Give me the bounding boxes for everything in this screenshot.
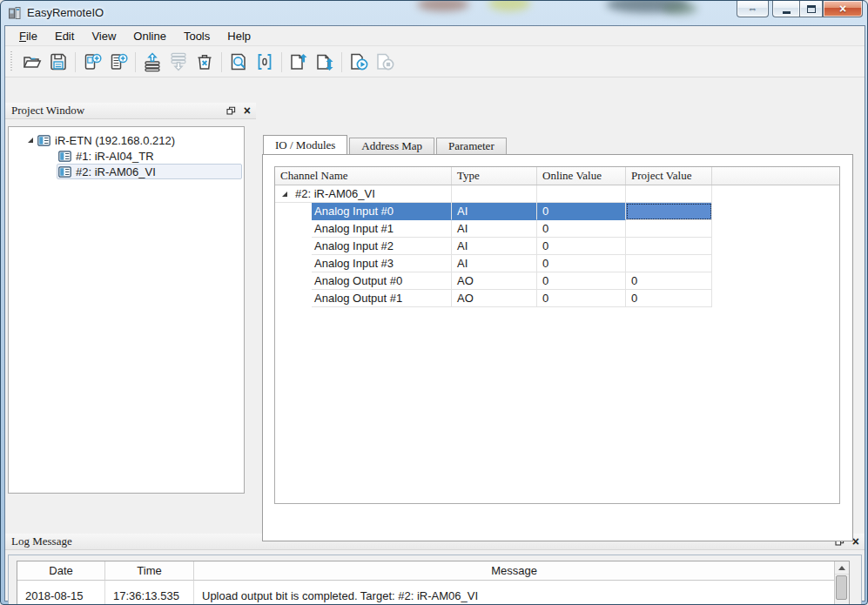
upload-button[interactable] <box>139 50 165 74</box>
toolbar <box>5 47 865 77</box>
column-header-online-value[interactable]: Online Value <box>537 167 626 185</box>
close-panel-icon[interactable]: × <box>244 106 251 115</box>
menu-tools[interactable]: Tools <box>175 28 219 44</box>
cell-online-value: 0 <box>537 203 626 220</box>
start-monitor-button[interactable] <box>346 50 372 74</box>
log-column-date[interactable]: Date <box>17 561 105 581</box>
tree-item-module-2[interactable]: #2: iR-AM06_VI <box>9 164 244 179</box>
download-project-button[interactable] <box>312 50 338 74</box>
close-icon: × <box>839 3 846 15</box>
toolbar-separator <box>281 52 282 72</box>
log-scrollbar[interactable] <box>834 561 849 605</box>
upload-project-button[interactable] <box>286 50 312 74</box>
maximize-button[interactable] <box>799 1 823 17</box>
log-column-time[interactable]: Time <box>105 561 194 581</box>
tab-parameter[interactable]: Parameter <box>436 138 507 154</box>
document-upload-icon <box>288 51 309 72</box>
resize-toggle-button[interactable]: ⇔ <box>737 1 769 17</box>
io-table-row[interactable]: Analog Output #1 AO 0 0 <box>275 290 839 307</box>
io-modules-tab-content: Channel Name Type Online Value Project V… <box>262 154 853 541</box>
download-icon-disabled <box>168 51 189 72</box>
cell-project-value[interactable] <box>626 238 712 255</box>
minimize-button[interactable] <box>772 1 799 17</box>
close-panel-icon[interactable]: × <box>852 537 859 546</box>
column-header-project-value[interactable]: Project Value <box>626 167 712 185</box>
trash-icon <box>194 51 215 72</box>
cell-channel-name: Analog Output #0 <box>312 272 452 290</box>
tab-io-modules[interactable]: IO / Modules <box>263 135 347 154</box>
cell-channel-name: Analog Input #3 <box>312 255 452 272</box>
cell-project-value[interactable] <box>626 255 712 272</box>
io-table-header: Channel Name Type Online Value Project V… <box>275 167 839 185</box>
io-table-row[interactable]: Analog Output #0 AO 0 0 <box>275 272 839 290</box>
glass-blur-decoration <box>417 1 469 11</box>
io-group-row[interactable]: #2: iR-AM06_VI <box>275 185 839 203</box>
add-module-button[interactable] <box>105 50 131 74</box>
app-icon <box>8 6 22 20</box>
tree-item-device[interactable]: iR-ETN (192.168.0.212) <box>9 132 244 148</box>
cell-project-value-focused[interactable] <box>626 203 712 220</box>
toolbar-separator <box>135 52 136 72</box>
toolbar-separator <box>341 52 342 72</box>
cell-online-value: 0 <box>537 220 626 238</box>
cell-project-value[interactable]: 0 <box>626 290 712 307</box>
project-window-title: Project Window <box>11 104 84 118</box>
io-table-row[interactable]: Analog Input #1 AI 0 <box>275 220 839 238</box>
add-module-icon <box>108 51 129 72</box>
toolbar-gripper[interactable] <box>10 51 14 72</box>
cell-type: AI <box>452 238 537 255</box>
project-tree: iR-ETN (192.168.0.212) #1: iR-AI04_TR <box>8 126 245 494</box>
delete-button[interactable] <box>192 50 218 74</box>
io-table-row[interactable]: Analog Input #0 AI 0 <box>275 203 839 220</box>
cell-project-value[interactable] <box>626 220 712 238</box>
scroll-up-button[interactable] <box>835 561 849 575</box>
io-table-row[interactable]: Analog Input #3 AI 0 <box>275 255 839 272</box>
open-project-button[interactable] <box>19 50 45 74</box>
io-monitor-button[interactable] <box>252 50 278 74</box>
cell-online-value: 0 <box>537 290 626 307</box>
add-device-button[interactable] <box>79 50 105 74</box>
maximize-icon <box>807 5 816 13</box>
module-icon <box>58 166 71 178</box>
menu-edit[interactable]: Edit <box>46 28 83 44</box>
cell-channel-name: Analog Input #2 <box>312 238 452 255</box>
run-icon <box>348 51 369 72</box>
io-channel-table: Channel Name Type Online Value Project V… <box>274 166 840 504</box>
log-cell-time: 17:36:13.535 <box>105 581 194 605</box>
io-table-row[interactable]: Analog Input #2 AI 0 <box>275 238 839 255</box>
cell-channel-name: Analog Input #1 <box>312 220 452 238</box>
cell-type: AI <box>452 203 537 220</box>
menu-file[interactable]: File <box>10 28 46 44</box>
close-button[interactable]: × <box>823 1 863 17</box>
menu-help[interactable]: Help <box>219 28 259 44</box>
stop-icon-disabled <box>374 51 395 72</box>
tab-address-map[interactable]: Address Map <box>349 138 434 154</box>
toolbar-separator <box>221 52 222 72</box>
save-project-button[interactable] <box>45 50 71 74</box>
expander-icon[interactable] <box>28 138 33 143</box>
column-header-channel-name[interactable]: Channel Name <box>275 167 452 185</box>
group-cell <box>537 185 626 203</box>
project-window-header: Project Window × <box>5 103 256 119</box>
cell-project-value[interactable]: 0 <box>626 272 712 290</box>
cell-channel-name: Analog Input #0 <box>312 203 452 220</box>
log-column-message[interactable]: Message <box>194 561 834 581</box>
expander-icon[interactable] <box>282 192 287 197</box>
upload-icon <box>142 51 163 72</box>
tree-item-label: #2: iR-AM06_VI <box>76 165 156 178</box>
scrollbar-thumb[interactable] <box>836 575 847 600</box>
column-header-filler <box>712 167 839 185</box>
scan-device-button[interactable] <box>225 50 252 74</box>
cell-online-value: 0 <box>537 255 626 272</box>
menu-view[interactable]: View <box>83 28 124 44</box>
float-panel-icon[interactable] <box>226 106 236 116</box>
group-cell <box>626 185 712 203</box>
menu-online[interactable]: Online <box>124 28 175 44</box>
titlebar[interactable]: EasyRemoteIO ⇔ × <box>1 1 867 25</box>
minimize-icon <box>783 11 791 14</box>
column-header-type[interactable]: Type <box>452 167 537 185</box>
cell-online-value: 0 <box>537 238 626 255</box>
tree-item-module-1[interactable]: #1: iR-AI04_TR <box>9 148 244 164</box>
log-cell-message: Upload output bit is completed. Target: … <box>194 581 834 605</box>
log-cell-date: 2018-08-15 <box>17 581 105 605</box>
